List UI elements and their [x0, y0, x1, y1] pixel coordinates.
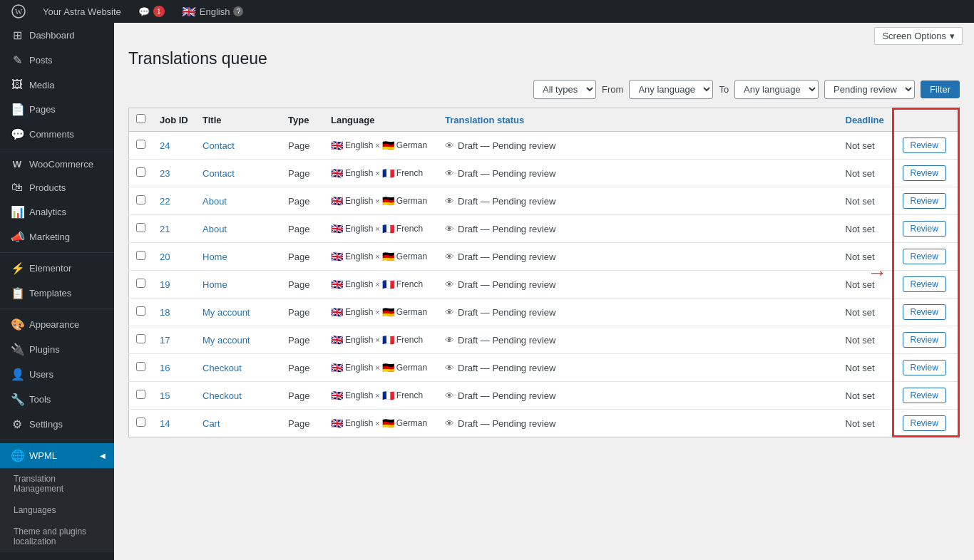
review-button[interactable]: Review [903, 332, 946, 348]
sidebar-label-woocommerce: WooCommerce [29, 159, 93, 170]
title-link[interactable]: About [203, 196, 227, 207]
wpml-submenu: Translation Management Languages Theme a… [0, 468, 114, 552]
from-lang-name: English [345, 252, 373, 261]
title-link[interactable]: My account [203, 307, 250, 318]
to-lang-name: French [396, 224, 423, 234]
from-lang-name: English [345, 418, 373, 428]
status-text: Draft — Pending review [458, 307, 555, 318]
wpml-icon: 🌐 [11, 449, 24, 462]
title-link[interactable]: Checkout [203, 390, 242, 401]
row-checkbox[interactable] [136, 195, 145, 204]
sidebar-item-settings[interactable]: ⚙ Settings [0, 412, 114, 437]
row-job-id-cell: 17 [153, 326, 195, 354]
review-button[interactable]: Review [903, 276, 946, 292]
row-checkbox[interactable] [136, 418, 145, 427]
screen-options-button[interactable]: Screen Options ▾ [874, 27, 963, 45]
sidebar-item-media[interactable]: 🖼 Media [0, 73, 114, 97]
to-lang-name: German [396, 418, 427, 428]
filter-button[interactable]: Filter [921, 81, 960, 98]
review-button[interactable]: Review [903, 165, 946, 181]
row-checkbox[interactable] [136, 334, 145, 343]
notifications-item[interactable]: 💬 1 [134, 0, 169, 23]
sidebar-item-pages[interactable]: 📄 Pages [0, 97, 114, 122]
title-link[interactable]: Home [203, 252, 227, 262]
review-button[interactable]: Review [903, 138, 946, 153]
job-id-link[interactable]: 23 [160, 168, 170, 179]
row-title-cell: My account [195, 299, 281, 326]
sidebar-item-templates[interactable]: 📋 Templates [0, 281, 114, 306]
select-all-checkbox[interactable] [136, 114, 145, 123]
sidebar-item-theme-plugins[interactable]: Theme and plugins localization [0, 521, 114, 552]
title-link[interactable]: Checkout [203, 363, 242, 373]
row-checkbox[interactable] [136, 140, 145, 149]
sidebar-item-dashboard[interactable]: ⊞ Dashboard [0, 23, 114, 48]
sidebar-item-posts[interactable]: ✎ Posts [0, 48, 114, 73]
job-id-link[interactable]: 24 [160, 140, 170, 151]
row-deadline-cell: Not set [839, 382, 896, 410]
eye-icon: 👁 [445, 168, 454, 179]
job-id-link[interactable]: 14 [160, 418, 170, 429]
sidebar-label-posts: Posts [29, 55, 53, 66]
row-deadline-cell: Not set [839, 271, 896, 299]
sidebar-item-plugins[interactable]: 🔌 Plugins [0, 337, 114, 362]
job-id-link[interactable]: 21 [160, 224, 170, 234]
sidebar-item-translation-management[interactable]: Translation Management [0, 468, 114, 499]
wp-logo-item[interactable]: W [7, 0, 30, 23]
sidebar-item-wpml[interactable]: 🌐 WPML ◀ [0, 443, 114, 468]
sidebar-item-users[interactable]: 👤 Users [0, 362, 114, 387]
sidebar-item-products[interactable]: 🛍 Products [0, 175, 114, 199]
job-id-link[interactable]: 20 [160, 252, 170, 262]
row-checkbox-cell [129, 215, 153, 243]
title-link[interactable]: Contact [203, 140, 235, 151]
row-checkbox[interactable] [136, 223, 145, 232]
row-job-id-cell: 19 [153, 271, 195, 299]
review-button[interactable]: Review [903, 415, 946, 431]
notification-icon: 💬 [138, 6, 150, 17]
job-id-link[interactable]: 19 [160, 279, 170, 290]
row-checkbox[interactable] [136, 251, 145, 260]
sidebar-item-woocommerce[interactable]: W WooCommerce [0, 153, 114, 175]
sidebar-item-comments[interactable]: 💬 Comments [0, 122, 114, 147]
job-id-link[interactable]: 18 [160, 307, 170, 318]
row-checkbox[interactable] [136, 167, 145, 177]
language-item[interactable]: 🇬🇧 English ? [178, 0, 248, 23]
title-link[interactable]: Cart [203, 418, 220, 429]
job-id-link[interactable]: 17 [160, 335, 170, 346]
job-id-link[interactable]: 15 [160, 390, 170, 401]
to-flag-icon: 🇫🇷 [382, 334, 394, 346]
review-button[interactable]: Review [903, 249, 946, 264]
from-lang-name: English [345, 335, 373, 345]
row-checkbox[interactable] [136, 306, 145, 316]
sidebar-item-appearance[interactable]: 🎨 Appearance [0, 312, 114, 337]
row-checkbox[interactable] [136, 362, 145, 371]
job-id-link[interactable]: 16 [160, 363, 170, 373]
status-display: 👁 Draft — Pending review [445, 307, 831, 318]
to-language-select[interactable]: Any language [734, 80, 819, 99]
sidebar-item-analytics[interactable]: 📊 Analytics [0, 199, 114, 224]
title-link[interactable]: My account [203, 335, 250, 346]
title-link[interactable]: About [203, 224, 227, 234]
lang-arrow-icon: × [375, 252, 379, 261]
title-link[interactable]: Home [203, 279, 227, 290]
review-button[interactable]: Review [903, 388, 946, 403]
status-filter-select[interactable]: Pending review [824, 80, 915, 99]
type-filter-select[interactable]: All types [533, 80, 596, 99]
row-status-cell: 👁 Draft — Pending review [438, 215, 839, 243]
lang-arrow-icon: × [375, 308, 379, 316]
row-checkbox[interactable] [136, 390, 145, 399]
site-name-item[interactable]: Your Astra Website [39, 0, 125, 23]
review-button[interactable]: Review [903, 304, 946, 320]
sidebar-item-elementor[interactable]: ⚡ Elementor [0, 256, 114, 281]
table-row: 14 Cart Page 🇬🇧 English × 🇩🇪 German 👁 Dr… [129, 410, 960, 437]
job-id-link[interactable]: 22 [160, 196, 170, 207]
review-button[interactable]: Review [903, 221, 946, 237]
from-language-select[interactable]: Any language [629, 80, 713, 99]
title-link[interactable]: Contact [203, 168, 235, 179]
review-button[interactable]: Review [903, 360, 946, 375]
row-checkbox[interactable] [136, 279, 145, 288]
sidebar-item-languages[interactable]: Languages [0, 499, 114, 521]
review-button[interactable]: Review [903, 193, 946, 209]
status-display: 👁 Draft — Pending review [445, 335, 831, 346]
sidebar-item-tools[interactable]: 🔧 Tools [0, 387, 114, 412]
sidebar-item-marketing[interactable]: 📣 Marketing [0, 224, 114, 249]
